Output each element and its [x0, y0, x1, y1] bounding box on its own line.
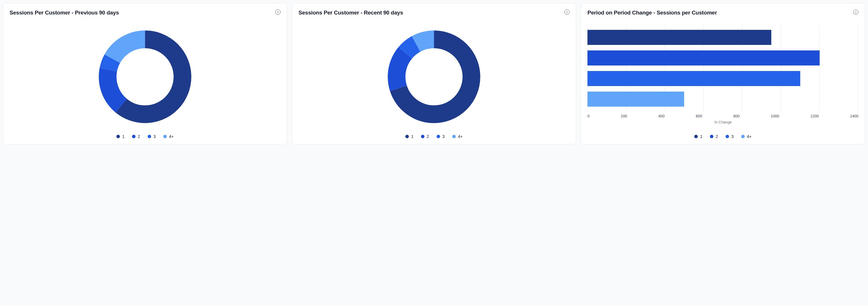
legend-dot-icon [421, 135, 425, 138]
legend-label: 3 [153, 134, 156, 139]
legend-dot-icon [163, 135, 167, 138]
legend-label: 2 [138, 134, 140, 139]
legend-dot-icon [437, 135, 440, 138]
legend-item-1[interactable]: 1 [405, 134, 413, 139]
legend-label: 2 [427, 134, 429, 139]
legend-label: 4+ [747, 134, 752, 139]
info-icon[interactable]: i [853, 9, 859, 15]
dashboard: Sessions Per Customer - Previous 90 days… [0, 0, 868, 147]
bar-2[interactable] [587, 50, 820, 65]
card-title: Sessions Per Customer - Recent 90 days [299, 9, 403, 16]
legend-label: 4+ [458, 134, 463, 139]
x-tick: 1400 [850, 114, 859, 118]
bar-row [587, 91, 859, 107]
bar-4+[interactable] [587, 91, 684, 107]
legend-dot-icon [452, 135, 456, 138]
legend-dot-icon [405, 135, 409, 138]
legend-label: 1 [411, 134, 413, 139]
x-tick: 800 [733, 114, 740, 118]
legend-label: 3 [442, 134, 445, 139]
legend-item-1[interactable]: 1 [116, 134, 124, 139]
legend-item-3[interactable]: 3 [725, 134, 734, 139]
bar-1[interactable] [587, 30, 771, 45]
donut-chart-previous [9, 25, 281, 129]
x-tick: 1000 [771, 114, 779, 118]
bar-3[interactable] [587, 71, 800, 86]
bar-row [587, 50, 859, 65]
legend-label: 2 [716, 134, 718, 139]
x-axis-label: % Change [587, 120, 859, 124]
legend-dot-icon [148, 135, 151, 138]
bar-row [587, 71, 859, 86]
legend-item-3[interactable]: 3 [437, 134, 445, 139]
legend: 1 2 3 4+ [299, 134, 569, 139]
legend-item-4plus[interactable]: 4+ [741, 134, 752, 139]
legend-dot-icon [725, 135, 729, 138]
x-tick: 400 [658, 114, 665, 118]
legend-item-4plus[interactable]: 4+ [452, 134, 463, 139]
legend-dot-icon [694, 135, 698, 138]
bar-row [587, 30, 859, 45]
legend-item-4plus[interactable]: 4+ [163, 134, 174, 139]
card-sessions-previous: Sessions Per Customer - Previous 90 days… [3, 3, 287, 144]
legend-item-3[interactable]: 3 [148, 134, 156, 139]
legend: 1 2 3 4+ [587, 134, 859, 139]
legend: 1 2 3 4+ [9, 134, 281, 139]
donut-chart-recent [299, 25, 569, 129]
legend-label: 1 [122, 134, 124, 139]
legend-dot-icon [710, 135, 713, 138]
legend-dot-icon [132, 135, 135, 138]
legend-item-1[interactable]: 1 [694, 134, 703, 139]
bar-chart-period-change: 0200400600800100012001400 % Change [587, 25, 859, 129]
info-icon[interactable]: i [564, 9, 569, 15]
card-title: Sessions Per Customer - Previous 90 days [9, 9, 119, 16]
legend-label: 4+ [169, 134, 174, 139]
legend-item-2[interactable]: 2 [421, 134, 429, 139]
legend-item-2[interactable]: 2 [710, 134, 718, 139]
x-tick: 0 [587, 114, 589, 118]
legend-dot-icon [741, 135, 745, 138]
x-tick: 600 [696, 114, 702, 118]
x-tick: 1200 [810, 114, 819, 118]
legend-label: 1 [700, 134, 703, 139]
card-period-change: Period on Period Change - Sessions per C… [581, 3, 865, 144]
info-icon[interactable]: i [275, 9, 281, 15]
x-tick: 200 [621, 114, 627, 118]
x-axis-ticks: 0200400600800100012001400 [587, 114, 859, 118]
card-title: Period on Period Change - Sessions per C… [587, 9, 717, 16]
legend-label: 3 [731, 134, 734, 139]
legend-dot-icon [116, 135, 120, 138]
card-sessions-recent: Sessions Per Customer - Recent 90 days i… [292, 3, 576, 144]
legend-item-2[interactable]: 2 [132, 134, 140, 139]
